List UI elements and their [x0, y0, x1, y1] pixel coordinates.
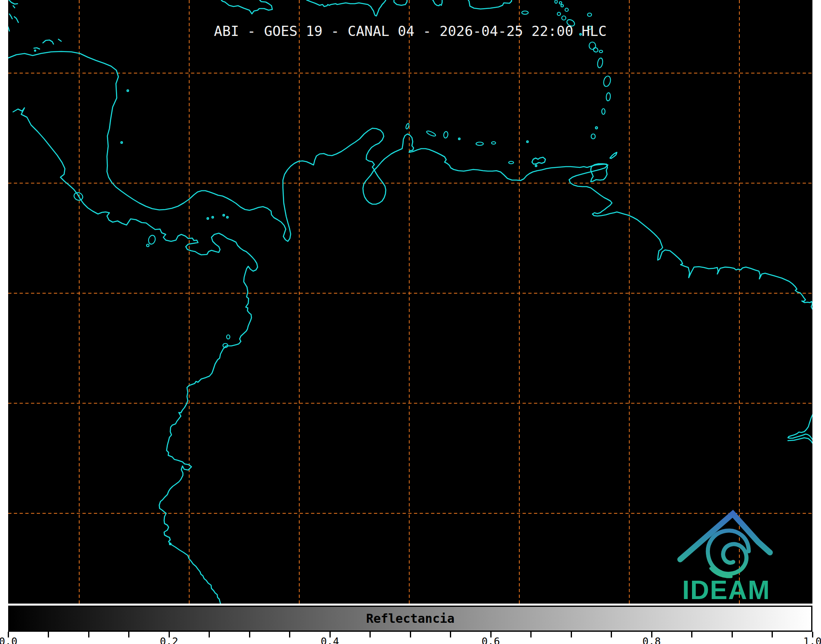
island-outline — [147, 244, 149, 247]
coastline-cuba-fragment-2 — [13, 6, 15, 8]
island-outline — [606, 93, 611, 101]
colorbar-tick-label: 0.2 — [160, 635, 178, 644]
island-dot — [212, 216, 214, 218]
island-dot — [223, 214, 225, 216]
island-outline — [603, 75, 612, 87]
island-outline — [565, 8, 568, 11]
coastline-guayana-estuary-1 — [788, 413, 813, 439]
island-dot — [207, 218, 209, 219]
island-outline — [522, 11, 528, 14]
colorbar-tick — [369, 632, 371, 637]
island-dot — [458, 138, 460, 140]
colorbar-gradient: Reflectancia — [8, 606, 812, 632]
colorbar-tick-label: 0.8 — [642, 635, 661, 644]
logo-hurricane-spiral-icon — [708, 530, 749, 574]
island-dot — [527, 141, 528, 143]
colorbar-tick — [732, 632, 733, 637]
coastline-jamaica — [221, 0, 272, 14]
island-dot — [535, 165, 537, 167]
coastline-pacific-mainland — [13, 108, 258, 604]
island-outline — [597, 58, 603, 68]
island-outline — [591, 134, 595, 139]
coastline-bay-islands-2 — [43, 40, 53, 44]
ideam-logo: IDEAM — [680, 514, 770, 605]
island-outline — [559, 2, 562, 4]
coastline-cuba-fragment-3 — [9, 14, 12, 19]
island-outline — [509, 161, 514, 164]
colorbar-tick-label: 0.6 — [481, 635, 500, 644]
colorbar-tick — [450, 632, 451, 637]
coastline-bay-islands-1 — [34, 48, 40, 49]
island-outline — [592, 47, 599, 53]
island-outline — [561, 4, 563, 7]
coastline-hispaniola-south — [307, 0, 386, 16]
island-dot — [35, 50, 36, 51]
coastline-trinidad — [591, 164, 607, 182]
coastline-cuba-fragment-1 — [9, 0, 18, 4]
colorbar-tick — [289, 632, 290, 637]
coastline-margarita — [532, 157, 545, 164]
island-outline — [602, 109, 605, 114]
island-outline — [555, 0, 557, 3]
logo-wordmark: IDEAM — [682, 575, 770, 605]
island-outline — [599, 50, 603, 53]
island-outline — [227, 335, 230, 339]
colorbar-tick — [48, 632, 49, 637]
island-outline — [476, 142, 483, 145]
colorbar-tick-label: 0.4 — [320, 635, 339, 644]
colorbar-tick — [249, 632, 250, 637]
coastline-puerto-rico — [468, 0, 512, 9]
island-dot — [127, 90, 129, 91]
coastline-mona-fragment — [433, 0, 442, 6]
coastline-cuba-fragment-4 — [14, 17, 18, 22]
island-outline — [492, 142, 496, 144]
satellite-image-figure: IDEAM ABI - GOES 19 - CANAL 04 - 2026-04… — [0, 0, 821, 644]
colorbar-tick — [530, 632, 532, 637]
coastline-hispaniola-east — [394, 0, 407, 5]
colorbar-label: Reflectancia — [9, 607, 811, 631]
coastline-bay-islands-3 — [58, 39, 61, 41]
colorbar-tick — [209, 632, 210, 637]
colorbar-tick — [691, 632, 692, 637]
island-dot — [596, 127, 598, 129]
map-svg-layer: IDEAM — [0, 0, 821, 644]
island-outline — [562, 16, 566, 20]
island-outline — [589, 42, 596, 49]
island-outline — [587, 13, 592, 16]
colorbar-tick — [772, 632, 773, 637]
colorbar-tick — [128, 632, 129, 637]
island-dot — [227, 216, 228, 218]
coastline-tobago — [610, 152, 617, 158]
colorbar-tick-label: 0.0 — [0, 635, 18, 644]
island-outline — [147, 234, 156, 245]
colorbar-tick — [571, 632, 572, 637]
island-outline — [443, 131, 449, 138]
colorbar-tick — [611, 632, 612, 637]
island-dot — [121, 142, 122, 143]
island-outline — [426, 130, 436, 137]
colorbar-tick-label: 1.0 — [803, 635, 821, 644]
colorbar-tick — [88, 632, 89, 637]
colorbar-tick — [410, 632, 411, 637]
coastline-lake-maracaibo — [363, 170, 386, 204]
island-outline — [557, 12, 561, 16]
image-title: ABI - GOES 19 - CANAL 04 - 2026-04-25 22… — [8, 23, 812, 39]
